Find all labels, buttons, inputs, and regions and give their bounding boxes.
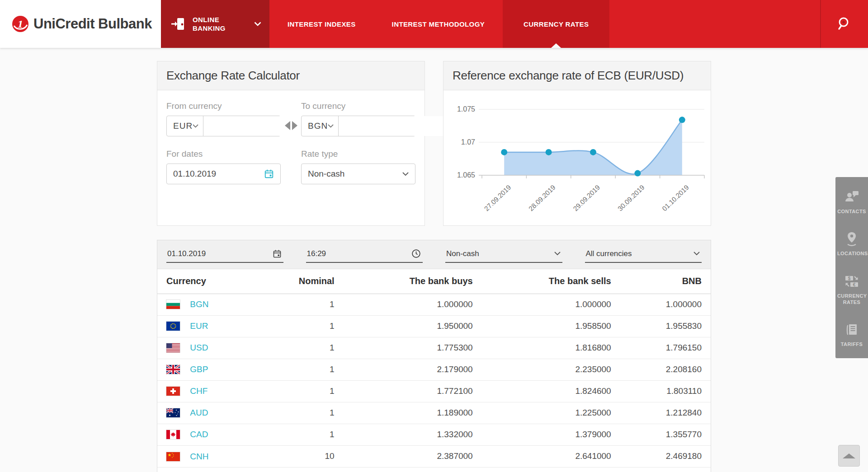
rate-type-select[interactable]: Non-cash bbox=[301, 164, 415, 184]
currency-link[interactable]: CHF bbox=[190, 386, 208, 396]
swap-currencies-button[interactable] bbox=[281, 101, 301, 136]
bnb-value: 1.796150 bbox=[611, 337, 711, 359]
col-header-bank-sells: The bank sells bbox=[473, 269, 611, 294]
currency-link[interactable]: EUR bbox=[190, 321, 208, 331]
nav-item-currency-rates[interactable]: CURRENCY RATES bbox=[503, 0, 609, 48]
bank-sells-value: 1.958500 bbox=[473, 315, 611, 337]
filter-rate-type-select[interactable]: Non-cash bbox=[445, 247, 562, 263]
quick-access-sidebar: CONTACTS LOCATIONS $ € CURRENCY RATES bbox=[835, 177, 868, 358]
tariffs-document-icon bbox=[844, 322, 860, 338]
svg-text:1.065: 1.065 bbox=[457, 171, 475, 179]
ecb-chart-panel: Reference exchange rate of ECB (EUR/USD)… bbox=[443, 61, 711, 226]
sidebar-item-locations[interactable]: LOCATIONS bbox=[835, 231, 868, 257]
from-currency-select[interactable]: EUR bbox=[167, 116, 203, 136]
for-dates-group: For dates 01.10.2019 bbox=[166, 149, 281, 184]
table-filter-bar: 01.10.2019 16:29 Non-cash All currenci bbox=[157, 240, 711, 269]
sidebar-item-currency-rates[interactable]: $ € CURRENCY RATES bbox=[835, 273, 868, 306]
bnb-value: 1.803110 bbox=[611, 380, 711, 402]
filter-currencies-select[interactable]: All currencies bbox=[585, 247, 702, 263]
chart-point-30.09.2019[interactable] bbox=[634, 170, 641, 177]
table-row: CHF 1 1.772100 1.824600 1.803110 bbox=[157, 380, 711, 402]
chevron-down-icon bbox=[328, 124, 334, 128]
table-row: BGN 1 1.000000 1.000000 1.000000 bbox=[157, 294, 711, 315]
sidebar-item-contacts[interactable]: CONTACTS bbox=[835, 189, 868, 215]
chevron-down-icon bbox=[254, 22, 261, 26]
table-row: EUR 1 1.950000 1.958500 1.955830 bbox=[157, 315, 711, 337]
col-header-bank-buys: The bank buys bbox=[335, 269, 473, 294]
swap-arrows-icon bbox=[284, 121, 298, 131]
calendar-icon bbox=[273, 249, 282, 258]
bank-sells-value: 1.225000 bbox=[473, 402, 611, 424]
bnb-value: 1.955830 bbox=[611, 315, 711, 337]
flag-usd-icon bbox=[166, 343, 180, 352]
chart-point-29.09.2019[interactable] bbox=[590, 149, 596, 155]
online-banking-button[interactable]: ONLINE BANKING bbox=[161, 0, 269, 48]
sidebar-item-tariffs[interactable]: TARIFFS bbox=[835, 322, 868, 347]
bank-buys-value: 1.772100 bbox=[335, 380, 473, 402]
date-picker-input[interactable]: 01.10.2019 bbox=[166, 164, 281, 184]
rate-type-label: Rate type bbox=[301, 149, 415, 159]
currency-link[interactable]: USD bbox=[190, 343, 208, 352]
nav-item-interest-indexes[interactable]: INTEREST INDEXES bbox=[269, 0, 374, 48]
nominal-value: 1 bbox=[268, 424, 335, 445]
chart-header: Reference exchange rate of ECB (EUR/USD) bbox=[443, 61, 711, 90]
partial-next-row bbox=[157, 467, 711, 472]
chart-point-28.09.2019[interactable] bbox=[546, 149, 552, 155]
currency-link[interactable]: GBP bbox=[190, 365, 208, 374]
currency-link[interactable]: CNH bbox=[190, 452, 208, 461]
locations-pin-icon bbox=[844, 231, 860, 247]
flag-bgn-icon bbox=[166, 300, 180, 309]
search-button[interactable] bbox=[820, 0, 868, 48]
bnb-value: 1.355770 bbox=[611, 424, 711, 445]
currency-link[interactable]: AUD bbox=[190, 408, 208, 417]
bank-buys-value: 1.332000 bbox=[335, 424, 473, 445]
chart-point-01.10.2019[interactable] bbox=[679, 117, 685, 123]
svg-text:27.09.2019: 27.09.2019 bbox=[482, 183, 512, 212]
currency-exchange-icon: $ € bbox=[844, 273, 860, 290]
bnb-value: 2.208160 bbox=[611, 359, 711, 380]
svg-text:01.10.2019: 01.10.2019 bbox=[660, 183, 690, 212]
search-icon bbox=[836, 16, 853, 32]
flag-aud-icon bbox=[166, 408, 180, 417]
nav-item-interest-methodology[interactable]: INTEREST METHODOLOGY bbox=[374, 0, 503, 48]
top-panels: Exchange Rate Calculator From currency E… bbox=[157, 61, 711, 226]
nominal-value: 1 bbox=[268, 359, 335, 380]
calculator-header: Exchange Rate Calculator bbox=[157, 61, 425, 90]
bnb-value: 2.469180 bbox=[611, 445, 711, 467]
currency-link[interactable]: CAD bbox=[190, 430, 208, 439]
currency-link[interactable]: BGN bbox=[190, 299, 208, 309]
flag-eur-icon bbox=[166, 322, 180, 331]
svg-text:29.09.2019: 29.09.2019 bbox=[571, 183, 601, 212]
svg-text:1.07: 1.07 bbox=[461, 138, 475, 146]
to-currency-select[interactable]: BGN bbox=[302, 116, 339, 136]
currency-rates-table-block: 01.10.2019 16:29 Non-cash All currenci bbox=[157, 240, 711, 472]
table-row: AUD 1 1.189000 1.225000 1.212840 bbox=[157, 402, 711, 424]
table-row: CAD 1 1.332000 1.379000 1.355770 bbox=[157, 424, 711, 445]
bnb-value: 1.212840 bbox=[611, 402, 711, 424]
exchange-rate-calculator-panel: Exchange Rate Calculator From currency E… bbox=[157, 61, 425, 226]
col-header-currency: Currency bbox=[157, 269, 268, 294]
filter-time-input[interactable]: 16:29 bbox=[306, 246, 423, 263]
clock-icon bbox=[411, 249, 421, 258]
to-amount-input[interactable] bbox=[339, 116, 458, 136]
nominal-value: 1 bbox=[268, 315, 335, 337]
bank-sells-value: 1.379000 bbox=[473, 424, 611, 445]
calendar-icon bbox=[264, 169, 274, 179]
brand-name: UniCredit Bulbank bbox=[33, 16, 152, 32]
scroll-to-top-button[interactable] bbox=[838, 445, 860, 467]
col-header-nominal: Nominal bbox=[268, 269, 335, 294]
col-header-bnb: BNB bbox=[611, 269, 711, 294]
for-dates-label: For dates bbox=[166, 149, 281, 159]
bank-buys-value: 1.000000 bbox=[335, 294, 473, 315]
svg-text:1.075: 1.075 bbox=[457, 105, 475, 113]
filter-date-input[interactable]: 01.10.2019 bbox=[166, 247, 283, 263]
bank-sells-value: 1.816800 bbox=[473, 337, 611, 359]
chart-point-27.09.2019[interactable] bbox=[501, 149, 507, 155]
unicredit-logo-icon: 1 bbox=[12, 15, 29, 33]
nominal-value: 10 bbox=[268, 445, 335, 467]
bank-sells-value: 1.824600 bbox=[473, 380, 611, 402]
brand-logo[interactable]: 1 UniCredit Bulbank bbox=[0, 0, 161, 48]
flag-cad-icon bbox=[166, 430, 180, 439]
rate-type-group: Rate type Non-cash bbox=[301, 149, 415, 184]
chevron-down-icon bbox=[193, 124, 198, 128]
